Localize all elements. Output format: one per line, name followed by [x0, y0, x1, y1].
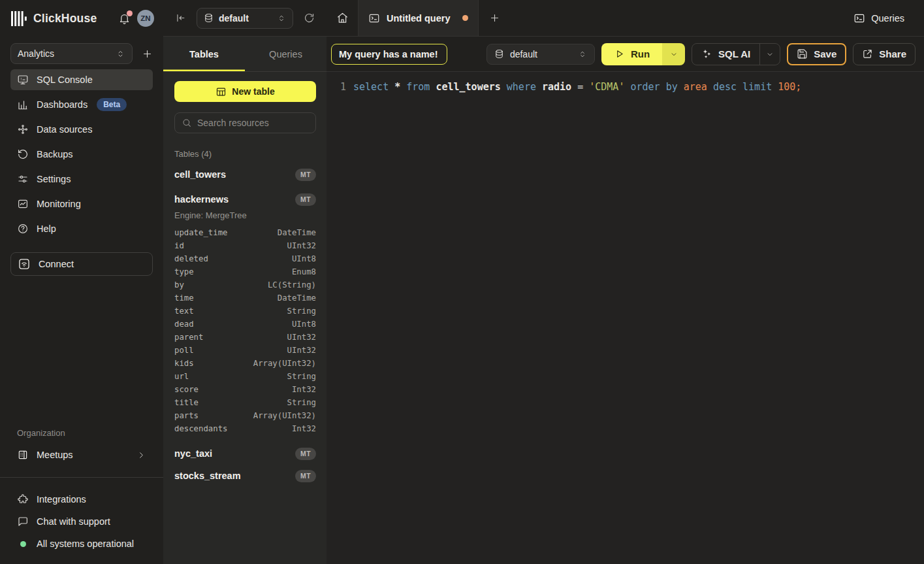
table-row-hackernews[interactable]: hackernews MT — [174, 190, 316, 208]
column-name: type — [174, 267, 194, 276]
table-row-stocks-stream[interactable]: stocks_stream MT — [174, 467, 316, 485]
save-button[interactable]: Save — [787, 43, 846, 65]
connect-button[interactable]: Connect — [10, 252, 153, 276]
table-row-nyc-taxi[interactable]: nyc_taxi MT — [174, 444, 316, 463]
column-type: UInt8 — [292, 254, 316, 263]
sidebar-footer: Integrations Chat with support All syste… — [0, 478, 163, 564]
column-type: String — [287, 307, 316, 316]
column-row: parentUInt32 — [174, 331, 316, 344]
sidebar-item-dashboards[interactable]: Dashboards Beta — [10, 94, 153, 115]
chat-icon — [17, 516, 29, 527]
sidebar-item-data-sources[interactable]: Data sources — [10, 119, 153, 140]
organization-label: Organization — [0, 428, 163, 438]
chevron-down-icon — [765, 50, 774, 59]
explorer-body: New table Tables (4) cell_towers MT hack… — [163, 72, 327, 564]
sidebar-item-settings[interactable]: Settings — [10, 169, 153, 190]
column-name: poll — [174, 346, 194, 355]
sidebar-item-label: Settings — [37, 174, 71, 184]
notification-dot — [127, 10, 133, 16]
column-name: time — [174, 293, 194, 303]
collapse-panel-button[interactable] — [175, 12, 186, 24]
database-selector[interactable]: default — [197, 8, 293, 29]
sidebar-item-help[interactable]: Help — [10, 218, 153, 239]
column-type: Array(UInt32) — [253, 359, 316, 368]
column-name: update_time — [174, 228, 227, 237]
query-tab-untitled[interactable]: Untitled query — [358, 0, 479, 36]
tab-queries[interactable]: Queries — [245, 37, 327, 71]
add-workspace-button[interactable] — [142, 48, 153, 59]
database-selector-value: default — [219, 13, 249, 24]
column-name: descendants — [174, 424, 227, 433]
sidebar-item-meetups[interactable]: Meetups — [10, 444, 153, 465]
engine-badge: MT — [295, 448, 316, 460]
meetups-icon — [17, 449, 29, 461]
new-table-button[interactable]: New table — [174, 81, 316, 102]
query-name-input[interactable] — [331, 44, 447, 65]
plus-icon — [489, 12, 500, 24]
save-icon — [797, 48, 808, 59]
engine-badge: MT — [295, 470, 316, 482]
plus-icon — [142, 48, 153, 59]
sql-editor[interactable]: 1 select * from cell_towers where radio … — [327, 72, 924, 564]
new-table-label: New table — [232, 86, 274, 97]
workspace: Untitled query Queries default — [327, 0, 924, 564]
column-type: DateTime — [278, 293, 316, 303]
notifications-button[interactable] — [118, 12, 131, 25]
column-name: by — [174, 280, 184, 290]
table-icon — [215, 86, 227, 97]
arrow-left-to-line-icon — [175, 12, 186, 24]
workspace-row: Analytics — [0, 43, 163, 64]
column-name: dead — [174, 320, 194, 329]
home-icon — [336, 12, 349, 24]
queries-button-label: Queries — [871, 13, 904, 24]
queries-button[interactable]: Queries — [848, 8, 910, 28]
query-tabstrip: Untitled query Queries — [327, 0, 924, 37]
sidebar-item-label: Dashboards — [37, 99, 88, 110]
column-name: deleted — [174, 254, 208, 263]
column-row: scoreInt32 — [174, 383, 316, 396]
sidebar-item-backups[interactable]: Backups — [10, 144, 153, 165]
sidebar-item-integrations[interactable]: Integrations — [10, 489, 153, 509]
toolbar-database-selector[interactable]: default — [486, 44, 595, 65]
status-green-dot — [20, 541, 26, 547]
column-row: update_timeDateTime — [174, 226, 316, 239]
sidebar-header: ClickHouse ZN — [0, 0, 163, 37]
column-name: kids — [174, 359, 194, 368]
terminal-icon — [368, 12, 380, 24]
search-resources-input[interactable] — [197, 118, 315, 128]
table-name: hackernews — [174, 194, 229, 205]
home-button[interactable] — [327, 0, 358, 36]
search-icon — [182, 118, 192, 128]
run-options-button[interactable] — [662, 43, 685, 65]
clickhouse-app: ClickHouse ZN Analytics — [0, 0, 924, 564]
run-button[interactable]: Run — [601, 43, 662, 65]
table-row-cell-towers[interactable]: cell_towers MT — [174, 165, 316, 184]
table-name: nyc_taxi — [174, 448, 212, 459]
column-row: deadUInt8 — [174, 318, 316, 331]
sidebar-item-sql-console[interactable]: SQL Console — [10, 69, 153, 90]
column-row: pollUInt32 — [174, 344, 316, 357]
backups-icon — [17, 148, 29, 160]
new-query-tab-button[interactable] — [479, 0, 510, 36]
column-name: url — [174, 372, 189, 381]
sql-ai-button[interactable]: SQL AI — [692, 44, 759, 65]
sidebar-item-chat-support[interactable]: Chat with support — [10, 512, 153, 531]
avatar[interactable]: ZN — [137, 10, 154, 27]
refresh-button[interactable] — [304, 12, 315, 24]
integrations-icon — [17, 493, 29, 505]
engine-detail: Engine: MergeTree — [174, 210, 316, 220]
brand-title: ClickHouse — [33, 12, 97, 25]
share-button[interactable]: Share — [853, 43, 916, 65]
sql-ai-split-button: SQL AI — [692, 43, 780, 65]
database-icon — [494, 49, 504, 59]
explorer-topbar: default — [163, 0, 327, 37]
share-label: Share — [879, 48, 906, 59]
sql-ai-options-button[interactable] — [759, 44, 780, 65]
monitoring-icon — [17, 198, 29, 210]
sidebar-item-monitoring[interactable]: Monitoring — [10, 193, 153, 214]
workspace-selector[interactable]: Analytics — [10, 43, 133, 64]
tab-tables[interactable]: Tables — [163, 37, 245, 71]
system-status-link[interactable]: All systems operational — [10, 534, 153, 554]
chevron-updown-icon — [277, 14, 286, 23]
query-toolbar: default Run — [327, 37, 924, 72]
